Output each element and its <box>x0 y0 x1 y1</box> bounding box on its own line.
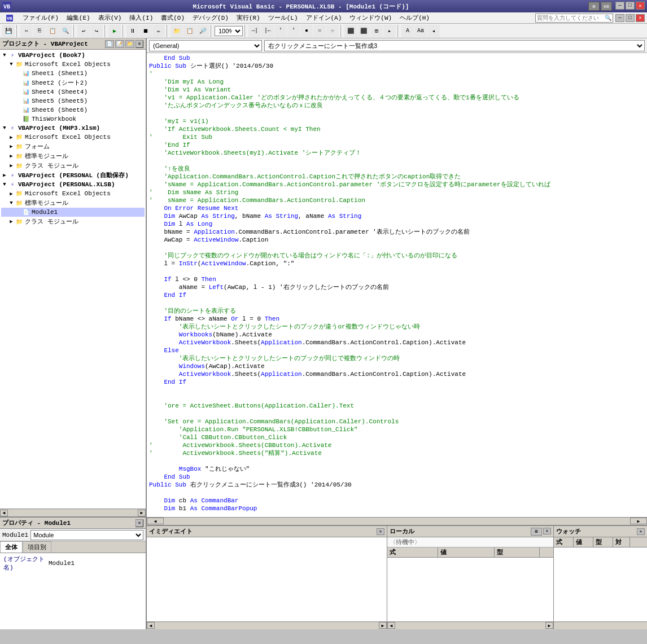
tree-toggle-mhp3[interactable]: ▼ <box>1 125 8 131</box>
tb-indent[interactable]: →| <box>248 25 261 37</box>
editor-scroll-left[interactable]: ◀ <box>147 518 164 524</box>
tb-undo[interactable]: ↩ <box>77 25 90 37</box>
hscroll-right[interactable]: ▶ <box>138 510 146 516</box>
props-tab-all[interactable]: 全体 <box>0 541 23 553</box>
search-input[interactable] <box>537 15 605 21</box>
tb-more[interactable]: ▸ <box>383 25 396 37</box>
tb-outdent[interactable]: |← <box>261 25 274 37</box>
tree-toggle-book7[interactable]: ▼ <box>1 52 8 58</box>
immediate-close[interactable]: ✕ <box>377 528 384 535</box>
menu-file-label[interactable]: ファイル(F) <box>19 12 62 23</box>
immediate-scroll-right[interactable]: ▶ <box>379 622 387 629</box>
menu-insert[interactable]: 挿入(I) <box>126 12 156 23</box>
project-toggle-folders[interactable]: 📁 <box>125 40 134 48</box>
immediate-content[interactable] <box>147 537 387 621</box>
menu-window[interactable]: ウィンドウ(W) <box>346 12 395 23</box>
restore-button[interactable]: □ <box>626 2 635 10</box>
props-tab-category[interactable]: 項目別 <box>23 541 51 553</box>
locals-close[interactable]: ✕ <box>543 528 551 535</box>
tb-redo[interactable]: ↪ <box>90 25 103 37</box>
tb-design[interactable]: ✏ <box>152 25 165 37</box>
tb-cut[interactable]: ✂ <box>20 25 33 37</box>
tb-run[interactable]: ▶ <box>108 25 121 37</box>
tree-item-module1[interactable]: 📄 Module1 <box>1 208 145 217</box>
menu-addin[interactable]: アドイン(A) <box>303 12 346 23</box>
combo-procedure[interactable]: 右クリックメニューにシート一覧作成3 <box>264 40 645 51</box>
tb-align-left[interactable]: ⬛ <box>344 25 357 37</box>
watch-content[interactable] <box>554 547 647 621</box>
tree-item-excel-objects-1[interactable]: ▼ 📁 Microsoft Excel Objects <box>1 60 145 69</box>
watch-hscroll[interactable] <box>554 621 647 629</box>
search-close[interactable]: ✕ <box>636 14 645 22</box>
menu-edit[interactable]: 編集(E) <box>63 12 94 23</box>
tb-align-center[interactable]: ⬛ <box>357 25 370 37</box>
tree-item-xlsb-root[interactable]: ▼ ⚡ VBAProject (PERSONAL.XLSB) <box>1 180 145 189</box>
tree-item-mhp3-classmod[interactable]: ▶ 📁 クラス モジュール <box>1 161 145 170</box>
immediate-hscroll[interactable]: ◀ ▶ <box>147 621 387 629</box>
locals-hscroll[interactable]: ◀ ▶ <box>387 621 553 629</box>
locals-expand[interactable]: ⊞ <box>531 528 542 536</box>
tree-item-xlsb-excel[interactable]: ▶ 📁 Microsoft Excel Objects <box>1 189 145 198</box>
menu-tools[interactable]: ツール(L) <box>265 12 301 23</box>
tree-item-sheet2[interactable]: 📊 Sheet2 (シート2) <box>1 78 145 87</box>
tb-save[interactable]: 💾 <box>2 25 15 37</box>
locals-scroll-right[interactable]: ▶ <box>545 622 553 629</box>
tb-uncomment[interactable]: ′ <box>287 25 300 37</box>
tb-objbrowser[interactable]: 🔎 <box>196 25 209 37</box>
tb-aa[interactable]: A <box>401 25 414 37</box>
tree-item-mhp3-stdmod[interactable]: ▶ 📁 標準モジュール <box>1 151 145 161</box>
tree-item-personal-auto[interactable]: ▶ ⚡ VBAProject (PERSONAL (自動保存) <box>1 170 145 180</box>
zoom-select[interactable]: 100% 75% 50% <box>215 26 243 36</box>
tb-more2[interactable]: ◂ <box>427 25 440 37</box>
locals-content[interactable] <box>387 558 553 621</box>
tree-item-book7-root[interactable]: ▼ ⚡ VBAProject (Book7) <box>1 51 145 60</box>
project-tree[interactable]: ▼ ⚡ VBAProject (Book7) ▼ 📁 Microsoft Exc… <box>0 50 146 509</box>
tree-item-mhp3-excel[interactable]: ▶ 📁 Microsoft Excel Objects <box>1 133 145 142</box>
tb-project[interactable]: 📁 <box>171 25 183 37</box>
tree-toggle-excelobj1[interactable]: ▼ <box>8 62 15 67</box>
props-object-select[interactable]: Module <box>30 530 143 540</box>
tb-find[interactable]: 🔍 <box>59 25 72 37</box>
project-close[interactable]: ✕ <box>135 40 143 48</box>
tb-grid[interactable]: ⊞ <box>370 25 383 37</box>
menu-view[interactable]: 表示(V) <box>95 12 125 23</box>
editor-scroll-right[interactable]: ▶ <box>630 518 647 524</box>
minimize-button[interactable]: ─ <box>615 2 624 10</box>
search-minimize[interactable]: ─ <box>615 14 624 22</box>
tree-item-xlsb-stdmod[interactable]: ▼ 📁 標準モジュール <box>1 198 145 208</box>
menu-file[interactable]: VB <box>2 13 18 23</box>
tree-hscroll[interactable]: ◀ ▶ <box>0 509 146 516</box>
close-button[interactable]: ✕ <box>636 2 645 10</box>
menu-format[interactable]: 書式(O) <box>158 12 188 23</box>
tree-item-sheet6[interactable]: 📊 Sheet6 (Sheet6) <box>1 106 145 115</box>
search-box[interactable]: 🔍 <box>535 14 613 23</box>
combo-general[interactable]: (General) <box>149 40 262 51</box>
tree-item-sheet4[interactable]: 📊 Sheet4 (Sheet4) <box>1 87 145 97</box>
tb-clearbp[interactable]: ○ <box>313 25 326 37</box>
tb-paste[interactable]: 📋 <box>46 25 59 37</box>
project-view-object[interactable]: 📄 <box>105 40 114 48</box>
editor-hscroll[interactable]: ◀ ▶ <box>147 517 647 525</box>
search-restore[interactable]: □ <box>626 14 635 22</box>
tree-item-mhp3-root[interactable]: ▼ ⚡ VBAProject (MHP3.xlsm) <box>1 124 145 133</box>
tb-hand[interactable]: ☞ <box>326 25 339 37</box>
tb-reset[interactable]: ⏹ <box>139 25 152 37</box>
hscroll-left[interactable]: ◀ <box>0 510 8 516</box>
immediate-scroll-left[interactable]: ◀ <box>147 622 155 629</box>
menu-run[interactable]: 実行(R) <box>233 12 264 23</box>
tree-item-thisworkbook[interactable]: 📗 ThisWorkbook <box>1 115 145 124</box>
props-close[interactable]: ✕ <box>135 519 143 527</box>
project-view-code[interactable]: 📝 <box>115 40 124 48</box>
tree-item-xlsb-classmod[interactable]: ▶ 📁 クラス モジュール <box>1 217 145 226</box>
tb-togglebp[interactable]: ● <box>300 25 313 37</box>
code-editor[interactable]: End Sub Public Sub シート選択() '2014/05/30 '… <box>147 53 647 517</box>
tb-comment[interactable]: ' <box>274 25 287 37</box>
tb-break[interactable]: ⏸ <box>126 25 139 37</box>
locals-scroll-left[interactable]: ◀ <box>387 622 395 629</box>
menu-debug[interactable]: デバッグ(D) <box>189 12 232 23</box>
tb-props[interactable]: 📋 <box>183 25 196 37</box>
tb-font[interactable]: Aa <box>414 25 427 37</box>
tree-item-sheet5[interactable]: 📊 Sheet5 (Sheet5) <box>1 97 145 106</box>
watch-close[interactable]: ✕ <box>637 528 645 535</box>
tree-item-mhp3-form[interactable]: ▶ 📁 フォーム <box>1 142 145 151</box>
